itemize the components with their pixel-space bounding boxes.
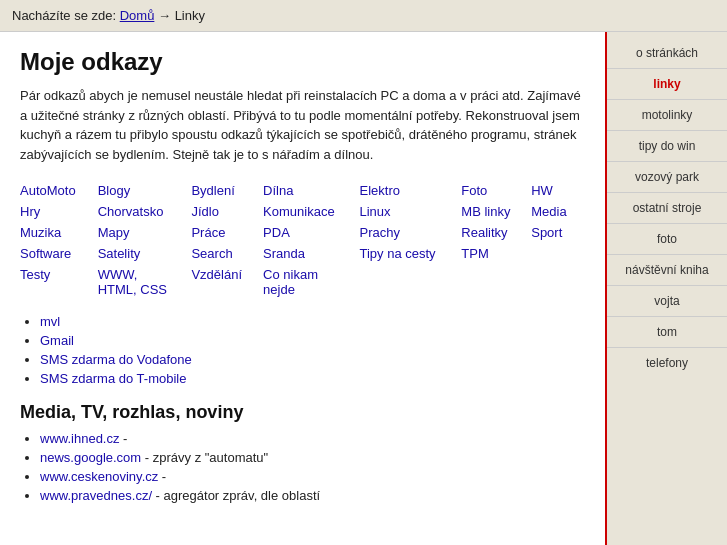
link-hw[interactable]: HW bbox=[531, 183, 553, 198]
links-table: AutoMoto Blogy Bydlení Dílna Elektro Fot… bbox=[20, 180, 585, 300]
link-software[interactable]: Software bbox=[20, 246, 71, 261]
link-mapy[interactable]: Mapy bbox=[98, 225, 130, 240]
link-mvl[interactable]: mvl bbox=[40, 314, 60, 329]
section2-title: Media, TV, rozhlas, noviny bbox=[20, 402, 585, 423]
breadcrumb-prefix: Nacházíte se zde: bbox=[12, 8, 116, 23]
list-item: www.ceskenoviny.cz - bbox=[40, 469, 585, 484]
link-jidlo[interactable]: Jídlo bbox=[191, 204, 218, 219]
table-row: Software Satelity Search Sranda Tipy na … bbox=[20, 243, 585, 264]
section2-list: www.ihned.cz - news.google.com - zprávy … bbox=[20, 431, 585, 503]
bullet-list: mvl Gmail SMS zdarma do Vodafone SMS zda… bbox=[20, 314, 585, 386]
link-blogy[interactable]: Blogy bbox=[98, 183, 131, 198]
sidebar-item-linky[interactable]: linky bbox=[607, 71, 727, 97]
sidebar-item-telefony[interactable]: telefony bbox=[607, 350, 727, 376]
sidebar: o stránkách linky motolinky tipy do win … bbox=[607, 32, 727, 545]
sidebar-divider bbox=[607, 130, 727, 131]
link-muzika[interactable]: Muzika bbox=[20, 225, 61, 240]
link-hry[interactable]: Hry bbox=[20, 204, 40, 219]
link-tipy-na-cesty[interactable]: Tipy na cesty bbox=[360, 246, 436, 261]
sidebar-divider bbox=[607, 99, 727, 100]
link-media[interactable]: Media bbox=[531, 204, 566, 219]
link-chorvatsko[interactable]: Chorvatsko bbox=[98, 204, 164, 219]
list-item: SMS zdarma do T-mobile bbox=[40, 371, 585, 386]
sidebar-item-tipy-do-win[interactable]: tipy do win bbox=[607, 133, 727, 159]
page-title: Moje odkazy bbox=[20, 48, 585, 76]
list-item: www.ihned.cz - bbox=[40, 431, 585, 446]
page-description: Pár odkazů abych je nemusel neustále hle… bbox=[20, 86, 585, 164]
link-search[interactable]: Search bbox=[191, 246, 232, 261]
sidebar-divider bbox=[607, 161, 727, 162]
link-prachy[interactable]: Prachy bbox=[360, 225, 400, 240]
sidebar-item-motolinky[interactable]: motolinky bbox=[607, 102, 727, 128]
sidebar-item-o-strankach[interactable]: o stránkách bbox=[607, 40, 727, 66]
list-item: www.pravednes.cz/ - agregátor zpráv, dle… bbox=[40, 488, 585, 503]
link-komunikace[interactable]: Komunikace bbox=[263, 204, 335, 219]
sidebar-item-vozovy-park[interactable]: vozový park bbox=[607, 164, 727, 190]
table-row: AutoMoto Blogy Bydlení Dílna Elektro Fot… bbox=[20, 180, 585, 201]
link-prace[interactable]: Práce bbox=[191, 225, 225, 240]
sidebar-divider bbox=[607, 68, 727, 69]
breadcrumb-separator: → bbox=[158, 8, 171, 23]
table-row: Testy WWW,HTML, CSS Vzdělání Co nikamnej… bbox=[20, 264, 585, 300]
link-ihned[interactable]: www.ihned.cz bbox=[40, 431, 119, 446]
link-sms-vodafone[interactable]: SMS zdarma do Vodafone bbox=[40, 352, 192, 367]
sidebar-item-ostatni-stroje[interactable]: ostatní stroje bbox=[607, 195, 727, 221]
sidebar-divider bbox=[607, 285, 727, 286]
link-bydleni[interactable]: Bydlení bbox=[191, 183, 234, 198]
link-sranda[interactable]: Sranda bbox=[263, 246, 305, 261]
breadcrumb-home[interactable]: Domů bbox=[120, 8, 155, 23]
sidebar-divider bbox=[607, 192, 727, 193]
sidebar-divider bbox=[607, 254, 727, 255]
sidebar-divider bbox=[607, 316, 727, 317]
link-automoto[interactable]: AutoMoto bbox=[20, 183, 76, 198]
link-elektro[interactable]: Elektro bbox=[360, 183, 400, 198]
link-sport[interactable]: Sport bbox=[531, 225, 562, 240]
link-ceskenoviny[interactable]: www.ceskenoviny.cz bbox=[40, 469, 158, 484]
breadcrumb-current: Linky bbox=[175, 8, 205, 23]
link-sms-tmobile[interactable]: SMS zdarma do T-mobile bbox=[40, 371, 186, 386]
sidebar-item-navstevni-kniha[interactable]: návštěvní kniha bbox=[607, 257, 727, 283]
list-item: SMS zdarma do Vodafone bbox=[40, 352, 585, 367]
link-co-nikam-nejde[interactable]: Co nikamnejde bbox=[263, 267, 318, 297]
link-testy[interactable]: Testy bbox=[20, 267, 50, 282]
sidebar-item-tom[interactable]: tom bbox=[607, 319, 727, 345]
sidebar-divider bbox=[607, 347, 727, 348]
main-content: Moje odkazy Pár odkazů abych je nemusel … bbox=[0, 32, 607, 545]
breadcrumb: Nacházíte se zde: Domů → Linky bbox=[0, 0, 727, 32]
link-www-html-css[interactable]: WWW,HTML, CSS bbox=[98, 267, 167, 297]
table-row: Muzika Mapy Práce PDA Prachy Realitky Sp… bbox=[20, 222, 585, 243]
link-linux[interactable]: Linux bbox=[360, 204, 391, 219]
link-pda[interactable]: PDA bbox=[263, 225, 290, 240]
link-mblinky[interactable]: MB linky bbox=[461, 204, 510, 219]
link-satelity[interactable]: Satelity bbox=[98, 246, 141, 261]
link-tpm[interactable]: TPM bbox=[461, 246, 488, 261]
link-foto[interactable]: Foto bbox=[461, 183, 487, 198]
list-item: mvl bbox=[40, 314, 585, 329]
link-gmail[interactable]: Gmail bbox=[40, 333, 74, 348]
link-pravednes[interactable]: www.pravednes.cz/ bbox=[40, 488, 152, 503]
sidebar-item-vojta[interactable]: vojta bbox=[607, 288, 727, 314]
table-row: Hry Chorvatsko Jídlo Komunikace Linux MB… bbox=[20, 201, 585, 222]
sidebar-item-foto[interactable]: foto bbox=[607, 226, 727, 252]
link-news-google[interactable]: news.google.com bbox=[40, 450, 141, 465]
link-realitky[interactable]: Realitky bbox=[461, 225, 507, 240]
sidebar-divider bbox=[607, 223, 727, 224]
list-item: news.google.com - zprávy z "automatu" bbox=[40, 450, 585, 465]
link-vzdelani[interactable]: Vzdělání bbox=[191, 267, 242, 282]
link-dilna[interactable]: Dílna bbox=[263, 183, 293, 198]
list-item: Gmail bbox=[40, 333, 585, 348]
